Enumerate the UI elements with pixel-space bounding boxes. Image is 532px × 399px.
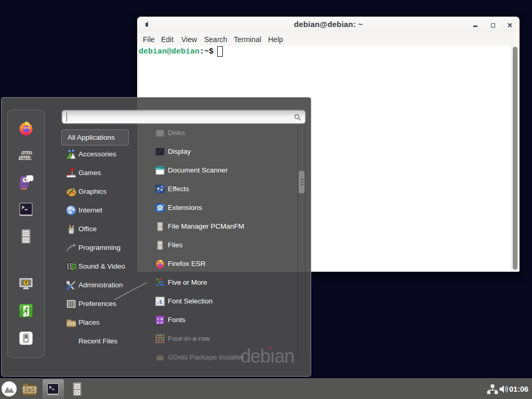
svg-text:a: a (161, 320, 163, 325)
svg-text:A: A (157, 298, 163, 305)
svg-text:D: D (28, 388, 31, 393)
svg-text:a: a (157, 320, 159, 325)
